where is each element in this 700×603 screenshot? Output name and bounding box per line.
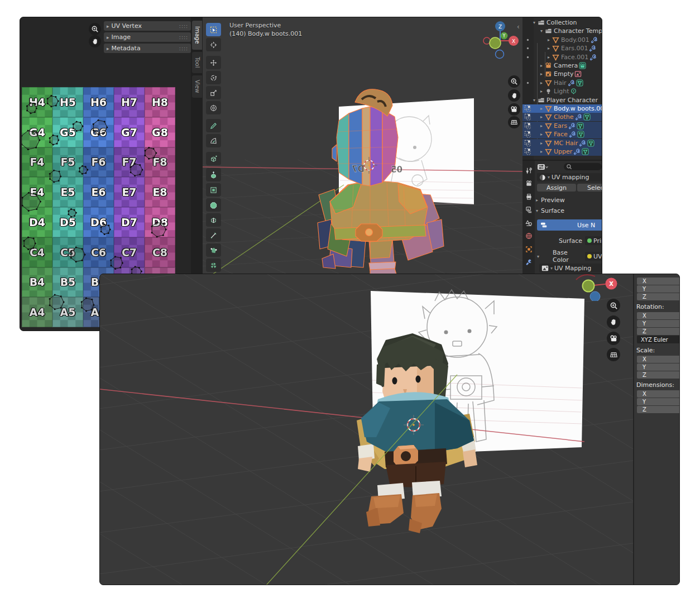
ortho-grid-icon[interactable] bbox=[607, 348, 620, 361]
outliner-item-upper[interactable]: ▸Upper bbox=[522, 147, 602, 156]
mesh-data-icon[interactable] bbox=[583, 113, 591, 121]
tool-measure-button[interactable] bbox=[206, 134, 221, 147]
ortho-grid-icon[interactable] bbox=[508, 116, 520, 128]
navigation-gizmo-partial[interactable]: X bbox=[572, 274, 627, 301]
wrench-icon[interactable] bbox=[589, 54, 597, 61]
chevron-right-icon[interactable]: ▸ bbox=[546, 46, 552, 51]
outliner-item-empty[interactable]: ▸Empty bbox=[522, 70, 602, 78]
axis-neg-z[interactable] bbox=[496, 50, 504, 59]
zoom-icon[interactable] bbox=[508, 75, 520, 88]
chevron-right-icon[interactable]: ▸ bbox=[546, 55, 552, 60]
rotation-mode-dropdown[interactable]: XYZ Euler bbox=[637, 336, 680, 343]
chevron-right-icon[interactable]: ▸ bbox=[539, 63, 544, 68]
transform-field-y[interactable]: Y bbox=[637, 320, 680, 327]
tool-loop-cut-button[interactable] bbox=[206, 213, 221, 227]
outliner-item-camera[interactable]: ▸Camera bbox=[522, 61, 602, 70]
pan-hand-icon[interactable] bbox=[607, 315, 620, 329]
properties-tab-scene[interactable] bbox=[524, 218, 534, 228]
light-data-icon[interactable] bbox=[570, 88, 577, 95]
tool-annotate-button[interactable] bbox=[206, 119, 221, 132]
chevron-right-icon[interactable]: ▸ bbox=[539, 132, 544, 137]
select-button[interactable]: Select bbox=[577, 184, 602, 192]
chevron-right-icon[interactable]: ▸ bbox=[539, 141, 544, 146]
axis-neg-y[interactable] bbox=[583, 280, 594, 292]
image-data-icon[interactable] bbox=[574, 70, 582, 78]
outliner-item-body-w-boots-001[interactable]: ▸Body.w boots.001 bbox=[522, 104, 602, 113]
chevron-down-icon[interactable]: ▾ bbox=[537, 254, 539, 259]
wrench-icon[interactable] bbox=[591, 36, 598, 44]
transform-field-z[interactable]: Z bbox=[637, 328, 680, 335]
outliner-item-light[interactable]: ▸Light bbox=[522, 87, 602, 95]
navigation-gizmo[interactable]: Z Y X bbox=[481, 21, 522, 62]
sidebar-collapse-icon[interactable]: ‹ bbox=[517, 23, 520, 31]
tool-scale-button[interactable] bbox=[206, 86, 221, 99]
chevron-down-icon[interactable]: ▾ bbox=[531, 98, 537, 103]
outliner-item-clothe[interactable]: ▸Clothe bbox=[522, 113, 602, 121]
transform-field-y[interactable]: Y bbox=[637, 398, 680, 405]
tool-move-button[interactable] bbox=[206, 56, 221, 69]
tool-extrude-button[interactable] bbox=[206, 168, 221, 181]
outliner-item-body-001[interactable]: ▸Body.001 bbox=[522, 36, 602, 44]
transform-field-y[interactable]: Y bbox=[637, 285, 680, 293]
transform-field-z[interactable]: Z bbox=[637, 293, 680, 300]
chevron-right-icon[interactable]: ▸ bbox=[539, 71, 544, 76]
transform-field-z[interactable]: Z bbox=[637, 406, 680, 413]
wrench-icon[interactable] bbox=[568, 122, 576, 130]
axis-neg-y[interactable] bbox=[490, 37, 501, 49]
viewport-3d-modeling[interactable]: X bbox=[100, 274, 634, 585]
chevron-right-icon[interactable]: ▸ bbox=[539, 123, 544, 128]
tool-knife-button[interactable] bbox=[206, 228, 221, 242]
axis-neg-z[interactable] bbox=[590, 291, 600, 301]
mesh-data-icon[interactable] bbox=[576, 79, 583, 87]
zoom-icon[interactable] bbox=[607, 299, 620, 312]
use-nodes-button[interactable]: Use N bbox=[537, 219, 602, 231]
outliner-item-ears-001[interactable]: ▸Ears.001 bbox=[522, 44, 602, 52]
outliner-item-player-character[interactable]: ▾Player Character bbox=[522, 96, 602, 104]
preview-section-header[interactable]: ▸ Preview bbox=[536, 196, 602, 204]
tab-view[interactable]: View bbox=[192, 75, 202, 98]
wrench-icon[interactable] bbox=[568, 79, 575, 87]
panel-uv-vertex[interactable]: ▸ UV Vertex :::: bbox=[104, 21, 191, 31]
transform-field-z[interactable]: Z1 bbox=[637, 371, 680, 379]
transform-field-x[interactable]: X bbox=[637, 277, 680, 285]
wrench-icon[interactable] bbox=[569, 131, 576, 138]
pan-hand-icon[interactable] bbox=[508, 89, 520, 102]
wrench-icon[interactable] bbox=[573, 148, 581, 155]
tab-tool[interactable]: Tool bbox=[192, 52, 202, 73]
material-slot-selector[interactable]: ▾ UV mapping bbox=[537, 173, 602, 181]
base-color-input-selector[interactable]: UV bbox=[585, 252, 602, 261]
panel-metadata[interactable]: ▸ Metadata :::: bbox=[104, 44, 191, 53]
outliner-item-collection[interactable]: ▾Collection bbox=[522, 18, 602, 27]
tab-image[interactable]: Image bbox=[192, 21, 202, 50]
properties-tab-tool[interactable] bbox=[524, 165, 534, 175]
camera-view-icon[interactable] bbox=[607, 332, 620, 345]
properties-tab-render[interactable] bbox=[524, 179, 534, 189]
assign-button[interactable]: Assign bbox=[537, 184, 576, 192]
properties-tab-modifier[interactable] bbox=[524, 257, 534, 267]
transform-field-x[interactable]: X bbox=[637, 390, 680, 398]
transform-field-x[interactable]: X1 bbox=[637, 356, 680, 363]
outliner-item-ears[interactable]: ▸Ears bbox=[522, 122, 602, 130]
wrench-icon[interactable] bbox=[589, 45, 596, 52]
outliner-item-face-001[interactable]: ▸Face.001 bbox=[522, 53, 602, 61]
search-input[interactable] bbox=[564, 163, 602, 170]
tool-select-box-button[interactable] bbox=[206, 23, 221, 36]
tool-transform-button[interactable] bbox=[206, 101, 221, 114]
tool-bevel-button[interactable] bbox=[206, 198, 221, 212]
properties-tab-output[interactable] bbox=[524, 192, 534, 202]
editor-type-icon[interactable] bbox=[537, 163, 548, 171]
tool-rotate-button[interactable] bbox=[206, 71, 221, 84]
chevron-down-icon[interactable]: ▾ bbox=[539, 28, 544, 34]
surface-shader-selector[interactable]: Prin bbox=[585, 236, 602, 245]
panel-image[interactable]: ▸ Image :::: bbox=[104, 32, 191, 42]
camera-data-icon[interactable] bbox=[579, 62, 586, 69]
outliner-item-mc-hair[interactable]: ▸MC Hair bbox=[522, 139, 602, 147]
image-datablock-selector[interactable]: ▾ UV Mapping bbox=[539, 264, 602, 272]
surface-section-header[interactable]: ▾ Surface bbox=[536, 207, 602, 215]
tool-poly-build-button[interactable] bbox=[206, 243, 221, 257]
axis-neg-x[interactable] bbox=[483, 37, 490, 44]
mesh-data-icon[interactable] bbox=[577, 122, 584, 130]
wrench-icon[interactable] bbox=[579, 140, 586, 147]
mesh-data-icon[interactable] bbox=[577, 131, 584, 138]
chevron-right-icon[interactable]: ▸ bbox=[546, 37, 552, 42]
